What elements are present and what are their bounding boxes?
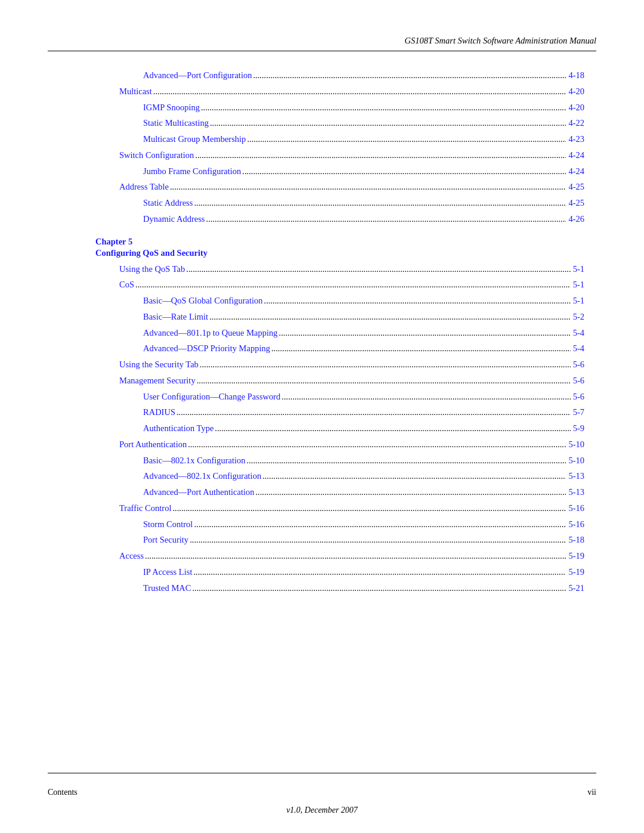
- toc-entry: Advanced—Port Configuration 4-18: [143, 69, 584, 82]
- toc-entry: Trusted MAC 5-21: [143, 582, 584, 595]
- toc-entry: Using the QoS Tab 5-1: [119, 263, 584, 276]
- page-header: GS108T Smart Switch Software Administrat…: [48, 36, 596, 51]
- toc-entry: Using the Security Tab 5-6: [119, 358, 584, 371]
- toc-entry: Storm Control 5-16: [143, 518, 584, 531]
- chapter5-heading: Chapter 5 Configuring QoS and Security: [95, 237, 584, 258]
- toc-entry: Basic—QoS Global Configuration 5-1: [143, 295, 584, 308]
- toc-entry: Advanced—Port Authentication 5-13: [143, 486, 584, 499]
- footer-line: [48, 773, 596, 773]
- page-container: GS108T Smart Switch Software Administrat…: [0, 0, 644, 833]
- toc-entry: Address Table 4-25: [119, 181, 584, 194]
- toc-entry: Port Security 5-18: [143, 534, 584, 547]
- chapter5-title: Configuring QoS and Security: [95, 248, 584, 258]
- page-footer: Contents vii: [48, 788, 596, 797]
- footer-left: Contents: [48, 788, 78, 797]
- toc-entry: Static Address 4-25: [143, 197, 584, 210]
- toc-entry: Access 5-19: [119, 550, 584, 563]
- toc-entry: Management Security 5-6: [119, 374, 584, 388]
- toc-entry: Authentication Type 5-9: [143, 422, 584, 435]
- toc-entry: CoS 5-1: [119, 278, 584, 292]
- toc-entry: Dynamic Address 4-26: [143, 213, 584, 226]
- toc-entry: Switch Configuration 4-24: [119, 149, 584, 162]
- toc-entry: Advanced—801.1p to Queue Mapping 5-4: [143, 327, 584, 340]
- toc-entry: IP Access List 5-19: [143, 566, 584, 579]
- header-title: GS108T Smart Switch Software Administrat…: [404, 36, 596, 45]
- toc-entry: Static Multicasting 4-22: [143, 117, 584, 130]
- toc-entry: Advanced—DSCP Priority Mapping 5-4: [143, 342, 584, 355]
- toc-entry: Advanced—802.1x Configuration 5-13: [143, 470, 584, 483]
- toc-entry: Port Authentication 5-10: [119, 438, 584, 451]
- toc-entry: Traffic Control 5-16: [119, 502, 584, 515]
- toc-entry: Multicast Group Membership 4-23: [143, 133, 584, 146]
- footer-right: vii: [587, 788, 596, 797]
- toc-entry: Basic—802.1x Configuration 5-10: [143, 454, 584, 467]
- toc-entry: Basic—Rate Limit 5-2: [143, 311, 584, 324]
- chapter5-label: Chapter 5: [95, 237, 584, 247]
- footer-version: v1.0, December 2007: [286, 806, 358, 815]
- toc-content: Advanced—Port Configuration 4-18 Multica…: [95, 69, 584, 594]
- toc-entry: Jumbo Frame Configuration 4-24: [143, 165, 584, 178]
- footer-center: v1.0, December 2007: [0, 806, 644, 815]
- toc-entry: User Configuration—Change Password 5-6: [143, 391, 584, 404]
- toc-entry: IGMP Snooping 4-20: [143, 101, 584, 114]
- toc-entry: Multicast 4-20: [119, 85, 584, 98]
- toc-entry: RADIUS 5-7: [143, 406, 584, 419]
